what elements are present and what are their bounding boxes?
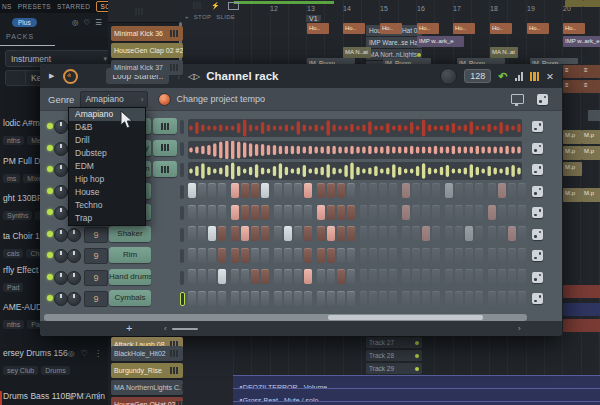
step-cell[interactable]: [455, 205, 463, 220]
step-cell[interactable]: [231, 248, 239, 263]
step-cell[interactable]: [284, 291, 292, 306]
step-cell[interactable]: [379, 269, 387, 284]
track-enable-dot[interactable]: [421, 29, 422, 33]
dice-icon[interactable]: [532, 250, 543, 261]
step-cell[interactable]: [274, 269, 282, 284]
pan-knob[interactable]: [54, 142, 68, 156]
step-cell[interactable]: [412, 269, 420, 284]
ruler-number[interactable]: 12: [270, 5, 278, 12]
step-cell[interactable]: [198, 205, 206, 220]
step-cell[interactable]: [261, 183, 269, 198]
channel-wave-button[interactable]: [153, 140, 177, 156]
scroll-right-arrow[interactable]: ›: [518, 324, 521, 333]
step-cell[interactable]: [347, 248, 355, 263]
step-cell[interactable]: [432, 248, 440, 263]
step-cell[interactable]: [455, 183, 463, 198]
step-cell[interactable]: [475, 226, 483, 241]
plus-badge[interactable]: Plus: [12, 18, 37, 27]
step-cell[interactable]: [241, 183, 249, 198]
step-cell[interactable]: [412, 183, 420, 198]
step-cell[interactable]: [360, 226, 368, 241]
step-cell[interactable]: [412, 205, 420, 220]
step-cell[interactable]: [218, 226, 226, 241]
step-cell[interactable]: [389, 205, 397, 220]
tag-chip[interactable]: Pad: [3, 283, 23, 292]
channel-select-pill[interactable]: [180, 228, 184, 242]
step-cell[interactable]: [337, 269, 345, 284]
step-cell[interactable]: [432, 226, 440, 241]
step-cell[interactable]: [455, 269, 463, 284]
channel-button[interactable]: Cymbals: [109, 290, 151, 306]
step-cell[interactable]: [422, 226, 430, 241]
tempo-display[interactable]: 128: [464, 69, 491, 83]
step-cell[interactable]: [389, 269, 397, 284]
step-cell[interactable]: [251, 226, 259, 241]
step-cell[interactable]: [218, 183, 226, 198]
more-icon[interactable]: ⋮: [94, 392, 102, 401]
steps-scrollbar-thumb[interactable]: [328, 315, 483, 320]
pan-knob[interactable]: [54, 292, 68, 306]
step-cell[interactable]: [369, 269, 377, 284]
step-cell[interactable]: [304, 269, 312, 284]
step-cell[interactable]: [389, 226, 397, 241]
step-cell[interactable]: [337, 291, 345, 306]
dropdown-item-techno[interactable]: Techno: [69, 199, 145, 212]
step-cell[interactable]: [518, 183, 526, 198]
ruler-number[interactable]: 17: [453, 5, 461, 12]
channel-wave-button[interactable]: [153, 118, 177, 134]
collapse-arrow-icon[interactable]: ▶: [49, 72, 54, 80]
step-cell[interactable]: [241, 205, 249, 220]
step-cell[interactable]: [274, 226, 282, 241]
step-cell[interactable]: [422, 183, 430, 198]
step-cell[interactable]: [422, 269, 430, 284]
step-cell[interactable]: [402, 291, 410, 306]
step-cell[interactable]: [261, 248, 269, 263]
step-cell[interactable]: [402, 248, 410, 263]
step-cell[interactable]: [518, 291, 526, 306]
step-cell[interactable]: [508, 205, 516, 220]
close-icon[interactable]: ✕: [546, 71, 554, 82]
step-cell[interactable]: [369, 226, 377, 241]
piano-keys-icon[interactable]: [530, 72, 540, 81]
step-cell[interactable]: [208, 248, 216, 263]
step-cell[interactable]: [218, 248, 226, 263]
dropdown-item-house[interactable]: House: [69, 186, 145, 199]
dice-icon[interactable]: [532, 272, 543, 283]
dice-icon[interactable]: [532, 164, 543, 175]
step-cell[interactable]: [360, 205, 368, 220]
step-cell[interactable]: [379, 291, 387, 306]
step-cell[interactable]: [432, 269, 440, 284]
preview-monitor-icon[interactable]: [511, 94, 524, 104]
step-cell[interactable]: [389, 248, 397, 263]
step-cell[interactable]: [347, 226, 355, 241]
step-cell[interactable]: [412, 248, 420, 263]
playlist-grid-right[interactable]: [562, 64, 600, 335]
dice-icon[interactable]: [532, 186, 543, 197]
tempo-radio[interactable]: [158, 93, 171, 106]
channel-select-pill[interactable]: [180, 120, 184, 134]
step-cell[interactable]: [455, 226, 463, 241]
lightning-icon[interactable]: ⚡: [211, 2, 220, 10]
channel-wave-button[interactable]: [153, 161, 177, 177]
dropdown-item-drill[interactable]: Drill: [69, 134, 145, 147]
step-cell[interactable]: [337, 183, 345, 198]
step-cell[interactable]: [475, 291, 483, 306]
pan-knob[interactable]: [54, 228, 68, 242]
step-cell[interactable]: [455, 291, 463, 306]
step-cell[interactable]: [251, 248, 259, 263]
list-item[interactable]: Drums Bass 110BPM AminsDrums◎♡⋮: [0, 391, 108, 405]
step-cell[interactable]: [402, 269, 410, 284]
menu-icon[interactable]: ☰: [95, 18, 102, 27]
step-cell[interactable]: [327, 248, 335, 263]
bg-channel-button[interactable]: Burgundy_Rise: [111, 363, 183, 378]
step-cell[interactable]: [432, 183, 440, 198]
channel-led[interactable]: [47, 274, 53, 280]
pan-knob[interactable]: [54, 249, 68, 263]
step-cell[interactable]: [488, 183, 496, 198]
step-cell[interactable]: [475, 248, 483, 263]
step-cell[interactable]: [455, 248, 463, 263]
step-cell[interactable]: [241, 248, 249, 263]
step-cell[interactable]: [231, 183, 239, 198]
bg-channel-button[interactable]: MA NorthernLights C.: [111, 380, 183, 395]
step-cell[interactable]: [231, 269, 239, 284]
